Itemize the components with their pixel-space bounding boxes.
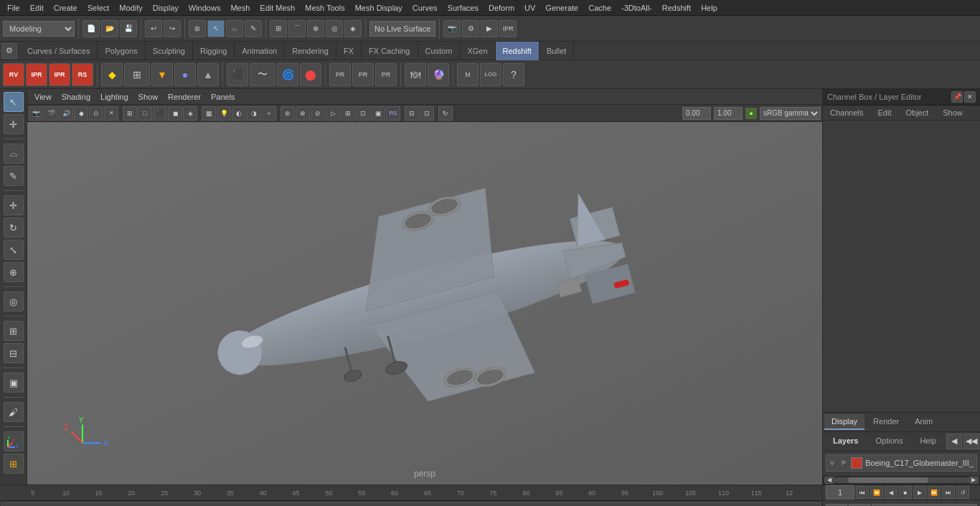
rs-question-btn[interactable]: ? [503, 63, 524, 86]
menu-redshift[interactable]: Redshift [658, 2, 695, 14]
menu-surfaces[interactable]: Surfaces [443, 2, 483, 14]
vp-refresh-btn[interactable]: ↻ [438, 106, 453, 121]
cb-channels-tab[interactable]: Channels [823, 106, 870, 120]
menu-3dtoll[interactable]: -3DtoAll- [617, 2, 656, 14]
universal-manip-btn[interactable]: ⊕ [4, 262, 24, 282]
tab-xgen[interactable]: XGen [460, 42, 495, 60]
menu-display[interactable]: Display [149, 2, 183, 14]
layer-color-swatch[interactable] [851, 457, 862, 469]
tab-bullet[interactable]: Bullet [540, 42, 575, 60]
tab-rendering[interactable]: Rendering [285, 42, 336, 60]
menu-file[interactable]: File [3, 2, 24, 14]
vp-texture-btn[interactable]: ▦ [202, 106, 216, 121]
vp-hud-btn[interactable]: ⊡ [356, 106, 370, 121]
marquee-tool-btn[interactable]: ✎ [4, 166, 24, 186]
layers-nav-prev2[interactable]: ◀◀ [963, 434, 979, 449]
vp-light-btn[interactable]: 💡 [217, 106, 231, 121]
vp-gamma-select[interactable]: sRGB gamma [760, 107, 821, 120]
timeline-ruler[interactable]: // Will be populated by JS below 5101520… [0, 485, 822, 501]
vp-isolate-btn[interactable]: ⊙ [89, 106, 103, 121]
save-file-btn[interactable]: 💾 [120, 20, 137, 37]
menu-edit-mesh[interactable]: Edit Mesh [255, 2, 299, 14]
vp-x-btn[interactable]: ✕ [104, 106, 118, 121]
vp-audio-btn[interactable]: 🔊 [59, 106, 73, 121]
vp-safe-btn[interactable]: ⊡ [420, 106, 434, 121]
vp-renderer-menu[interactable]: Renderer [164, 91, 205, 103]
timeline-track[interactable] [0, 500, 822, 506]
tab-sculpting[interactable]: Sculpting [146, 42, 193, 60]
menu-modify[interactable]: Modify [115, 2, 146, 14]
layers-tab[interactable]: Layers [826, 434, 865, 449]
vp-shadow-btn[interactable]: ◐ [232, 106, 246, 121]
rs-spiral-btn[interactable]: 🌀 [277, 63, 298, 86]
undo-btn[interactable]: ↩ [145, 20, 162, 37]
cb-show-tab[interactable]: Show [936, 106, 970, 120]
vp-xray-btn[interactable]: ⊛ [281, 106, 295, 121]
render-reg-btn[interactable]: ▣ [4, 373, 24, 393]
snap-grid-btn[interactable]: ⊞ [270, 20, 287, 37]
scale-tool-btn[interactable]: ⤡ [4, 240, 24, 260]
rs-ipr-btn[interactable]: IPR [26, 63, 47, 86]
vp-smooth-btn[interactable]: □ [138, 106, 152, 121]
rs-drop-btn[interactable]: ▼ [151, 63, 173, 86]
menu-mesh-tools[interactable]: Mesh Tools [301, 2, 349, 14]
rotate-tool-btn[interactable]: ↻ [4, 217, 24, 238]
rs-mat-btn[interactable]: M [457, 63, 479, 86]
shelf-settings-btn[interactable]: ⚙ [1, 43, 17, 59]
ipr-btn[interactable]: IPR [499, 20, 517, 37]
tab-redshift[interactable]: Redshift [496, 42, 540, 60]
rs-dish-btn[interactable]: 🍽 [405, 63, 426, 86]
rs-rs-btn[interactable]: RS [72, 63, 93, 86]
snap-curve-btn[interactable]: ⌒ [288, 20, 306, 37]
lasso-tool-btn[interactable]: ⌓ [4, 144, 24, 164]
tab-polygons[interactable]: Polygons [98, 42, 145, 60]
rs-sphere2-btn[interactable]: 🔮 [428, 63, 449, 86]
current-frame-input[interactable]: 1 [826, 485, 854, 500]
tab-custom[interactable]: Custom [418, 42, 461, 60]
scrollbar-left-btn[interactable]: ◀ [824, 477, 834, 484]
cb-object-tab[interactable]: Object [898, 106, 936, 120]
grid-vis-btn[interactable]: ⊞ [4, 454, 24, 474]
menu-mesh-display[interactable]: Mesh Display [351, 2, 407, 14]
menu-generate[interactable]: Generate [541, 2, 583, 14]
menu-edit[interactable]: Edit [26, 2, 48, 14]
cb-pin-btn[interactable]: 📌 [951, 91, 963, 103]
rs-pr2-btn[interactable]: PR [352, 63, 374, 86]
tab-animation[interactable]: Animation [235, 42, 285, 60]
tab-fx[interactable]: FX [336, 42, 362, 60]
render-btn[interactable]: ▶ [481, 20, 498, 37]
new-file-btn[interactable]: 📄 [83, 20, 100, 37]
vp-shaded-btn[interactable]: ◼ [168, 106, 182, 121]
rs-cone-btn[interactable]: ▲ [197, 63, 219, 86]
show-manip-btn[interactable]: ⊞ [4, 321, 24, 341]
vp-expose-btn[interactable]: ⊘ [311, 106, 325, 121]
loop-btn[interactable]: ↺ [956, 486, 969, 499]
help-tab[interactable]: Help [913, 434, 943, 449]
rs-log-btn[interactable]: LOG [480, 63, 501, 86]
lasso-btn[interactable]: ⌓ [226, 20, 243, 37]
vp-show-menu[interactable]: Show [134, 91, 163, 103]
vp-motion-btn[interactable]: ≈ [262, 106, 276, 121]
tab-curves-surfaces[interactable]: Curves / Surfaces [20, 42, 98, 60]
menu-cache[interactable]: Cache [584, 2, 616, 14]
vp-mask-btn[interactable]: ⊟ [405, 106, 419, 121]
vp-rs-btn[interactable]: RS [386, 106, 400, 121]
skip-start-btn[interactable]: ⏮ [856, 486, 869, 499]
workspace-dropdown[interactable]: Modeling [3, 21, 75, 37]
options-tab[interactable]: Options [868, 434, 910, 449]
vp-num1-input[interactable]: 0.00 [682, 107, 711, 120]
vp-selectionhlt-btn[interactable]: ▷ [326, 106, 340, 121]
snap-surface-btn[interactable]: ◎ [326, 20, 343, 37]
vp-grid-btn[interactable]: ⊞ [341, 106, 355, 121]
layers-nav-prev[interactable]: ◀ [946, 434, 962, 449]
rs-grid-btn[interactable]: ⊞ [124, 63, 150, 86]
menu-mesh[interactable]: Mesh [226, 2, 254, 14]
rs-ipr2-btn[interactable]: IPR [49, 63, 70, 86]
vp-ao-btn[interactable]: ◑ [247, 106, 261, 121]
camera-btn[interactable]: 📷 [443, 20, 461, 37]
move-tool-btn[interactable]: ✛ [4, 195, 24, 215]
rs-sphere-btn[interactable]: ⬤ [300, 63, 321, 86]
vp-view-menu[interactable]: View [30, 91, 56, 103]
select-by-hierarchy-btn[interactable]: ⊞ [189, 20, 206, 37]
snap-together-btn[interactable]: ⊟ [4, 343, 24, 363]
